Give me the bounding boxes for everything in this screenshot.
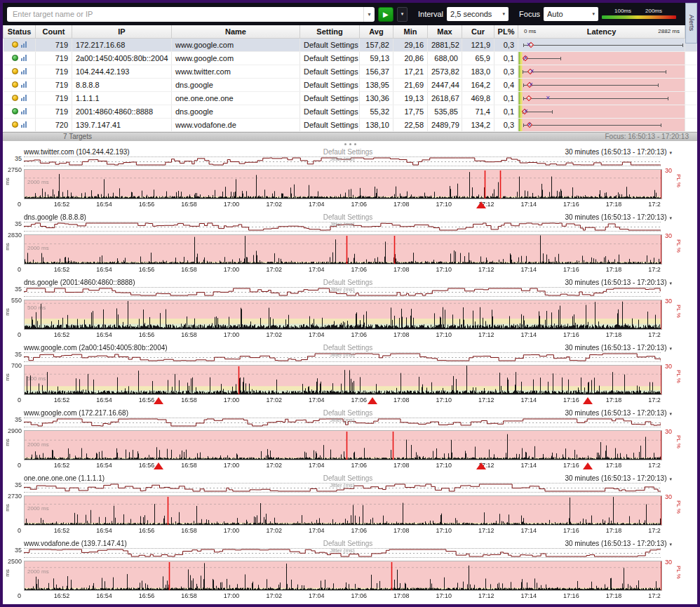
focus-range: Focus: 16:50:13 - 17:20:13 bbox=[605, 133, 689, 140]
timescale-select[interactable]: 30 minutes (16:50:13 - 17:20:13)▾ bbox=[565, 213, 672, 221]
ms-axis-label: ms bbox=[4, 569, 11, 577]
ms-axis-label: ms bbox=[4, 439, 11, 446]
timescale-select[interactable]: 30 minutes (16:50:13 - 17:20:13)▾ bbox=[565, 344, 672, 352]
timescale-select[interactable]: 30 minutes (16:50:13 - 17:20:13)▾ bbox=[565, 148, 672, 156]
target-row[interactable]: 719104.244.42.193www.twitter.comDefault … bbox=[4, 65, 698, 78]
setting-cell[interactable]: Default Settings bbox=[300, 65, 360, 78]
column-header-name[interactable]: Name bbox=[172, 25, 300, 38]
time-tick: 17:04 bbox=[309, 592, 325, 599]
timescale-select[interactable]: 30 minutes (16:50:13 - 17:20:13)▾ bbox=[565, 540, 672, 547]
target-row[interactable]: 7191.1.1.1one.one.one.oneDefault Setting… bbox=[4, 91, 698, 105]
start-options-button[interactable]: ▾ bbox=[397, 7, 408, 22]
column-header-max[interactable]: Max bbox=[428, 25, 462, 38]
time-tick: 17:08 bbox=[393, 331, 410, 338]
time-tick: 17:04 bbox=[309, 201, 325, 208]
chevron-down-icon: ▾ bbox=[593, 11, 595, 17]
latency-scale-min: 0 bbox=[18, 331, 21, 338]
timescale-select[interactable]: 30 minutes (16:50:13 - 17:20:13)▾ bbox=[565, 474, 672, 482]
pane-splitter[interactable] bbox=[3, 141, 697, 147]
history-graph-icon[interactable] bbox=[21, 121, 27, 128]
setting-cell[interactable]: Default Settings bbox=[300, 38, 360, 51]
time-tick: 16:54 bbox=[96, 592, 112, 599]
jitter-strip: Jitter (ms) bbox=[24, 548, 661, 558]
focus-select[interactable]: Auto ▾ bbox=[544, 7, 598, 21]
column-header-pl[interactable]: PL% bbox=[494, 25, 518, 38]
max-cell: 2618,67 bbox=[428, 91, 462, 105]
ip-cell[interactable]: 2001:4860:4860::8888 bbox=[72, 105, 172, 118]
column-header-status[interactable]: Status bbox=[4, 25, 36, 38]
min-cell: 29,16 bbox=[393, 38, 428, 51]
ip-cell[interactable]: 104.244.42.193 bbox=[72, 65, 172, 78]
time-tick: 17:16 bbox=[563, 266, 579, 273]
time-tick: 16:58 bbox=[181, 462, 197, 469]
time-tick: 17:06 bbox=[351, 462, 367, 469]
column-header-cur[interactable]: Cur bbox=[462, 25, 494, 38]
time-tick: 17:08 bbox=[393, 201, 410, 208]
max-cell: 688,00 bbox=[428, 51, 462, 65]
target-row[interactable]: 7192001:4860:4860::8888dns.googleDefault… bbox=[4, 105, 698, 118]
latency-plot[interactable] bbox=[24, 300, 662, 330]
ip-cell[interactable]: 139.7.147.41 bbox=[72, 118, 172, 131]
chevron-down-icon: ▾ bbox=[669, 281, 672, 286]
interval-select[interactable]: 2,5 seconds ▾ bbox=[447, 7, 509, 21]
latency-plot[interactable] bbox=[24, 365, 662, 395]
latency-scale-min: 0 ms bbox=[524, 28, 536, 34]
history-graph-icon[interactable] bbox=[21, 41, 27, 48]
ip-cell[interactable]: 2a00:1450:4005:80b::2004 bbox=[72, 51, 172, 65]
column-header-avg[interactable]: Avg bbox=[360, 25, 393, 38]
time-tick: 17:06 bbox=[351, 592, 367, 599]
column-header-ip[interactable]: IP bbox=[72, 25, 172, 38]
avg-cell: 157,82 bbox=[360, 38, 393, 51]
cur-cell: 164,2 bbox=[462, 78, 494, 91]
target-row[interactable]: 720139.7.147.41www.vodafone.deDefault Se… bbox=[4, 118, 698, 131]
timescale-select[interactable]: 30 minutes (16:50:13 - 17:20:13)▾ bbox=[565, 409, 672, 417]
history-graph-icon[interactable] bbox=[21, 68, 27, 74]
latency-scale-min: 0 bbox=[18, 592, 21, 599]
table-header-row: StatusCountIPNameSettingAvgMinMaxCurPL%0… bbox=[4, 25, 698, 38]
ms-axis-label: ms bbox=[4, 504, 11, 512]
column-header-setting[interactable]: Setting bbox=[300, 25, 360, 38]
target-row[interactable]: 7192a00:1450:4005:80b::2004www.google.co… bbox=[4, 51, 698, 65]
latency-plot[interactable] bbox=[24, 234, 662, 265]
column-header-count[interactable]: Count bbox=[36, 25, 72, 38]
latency-scale-max: 2750 bbox=[3, 166, 22, 173]
latency-plot[interactable] bbox=[24, 561, 662, 591]
chevron-down-icon: ▾ bbox=[503, 11, 506, 17]
setting-cell[interactable]: Default Settings bbox=[300, 78, 360, 91]
max-cell: 2489,79 bbox=[428, 118, 462, 131]
time-tick: 17:14 bbox=[521, 396, 537, 403]
jitter-strip: Jitter (ms) bbox=[24, 352, 661, 362]
target-input[interactable] bbox=[7, 10, 363, 18]
time-tick: 16:52 bbox=[54, 592, 70, 599]
start-button[interactable]: ▶ bbox=[378, 7, 393, 22]
history-graph-icon[interactable] bbox=[21, 95, 27, 101]
column-header-latency[interactable]: 0 msLatency2882 ms bbox=[518, 25, 685, 38]
setting-cell[interactable]: Default Settings bbox=[300, 105, 360, 118]
chart-settings-label: Default Settings bbox=[323, 213, 373, 221]
ip-cell[interactable]: 8.8.8.8 bbox=[72, 78, 172, 91]
setting-cell[interactable]: Default Settings bbox=[300, 91, 360, 105]
packet-loss-marker-icon bbox=[583, 462, 593, 469]
time-tick: 17:20 bbox=[648, 266, 661, 273]
latency-plot[interactable] bbox=[24, 430, 662, 460]
timescale-select[interactable]: 30 minutes (16:50:13 - 17:20:13)▾ bbox=[565, 279, 672, 286]
time-tick: 17:18 bbox=[606, 592, 622, 599]
target-row[interactable]: 7198.8.8.8dns.googleDefault Settings138,… bbox=[4, 78, 698, 91]
ip-cell[interactable]: 1.1.1.1 bbox=[72, 91, 172, 105]
latency-range-line bbox=[523, 85, 659, 86]
history-graph-icon[interactable] bbox=[21, 55, 27, 61]
chart-settings-label: Default Settings bbox=[323, 344, 373, 352]
latency-plot[interactable] bbox=[24, 495, 662, 526]
column-header-min[interactable]: Min bbox=[393, 25, 428, 38]
setting-cell[interactable]: Default Settings bbox=[300, 51, 360, 65]
current-marker-icon: × bbox=[529, 80, 533, 89]
latency-plot[interactable] bbox=[24, 169, 662, 199]
time-tick: 17:08 bbox=[393, 396, 410, 403]
chevron-down-icon[interactable]: ▾ bbox=[363, 7, 375, 22]
history-graph-icon[interactable] bbox=[21, 108, 27, 114]
ip-cell[interactable]: 172.217.16.68 bbox=[72, 38, 172, 51]
setting-cell[interactable]: Default Settings bbox=[300, 118, 360, 131]
alerts-side-tab[interactable]: Alerts bbox=[685, 3, 697, 44]
target-row[interactable]: 719172.217.16.68www.google.comDefault Se… bbox=[4, 38, 698, 51]
history-graph-icon[interactable] bbox=[21, 81, 27, 88]
